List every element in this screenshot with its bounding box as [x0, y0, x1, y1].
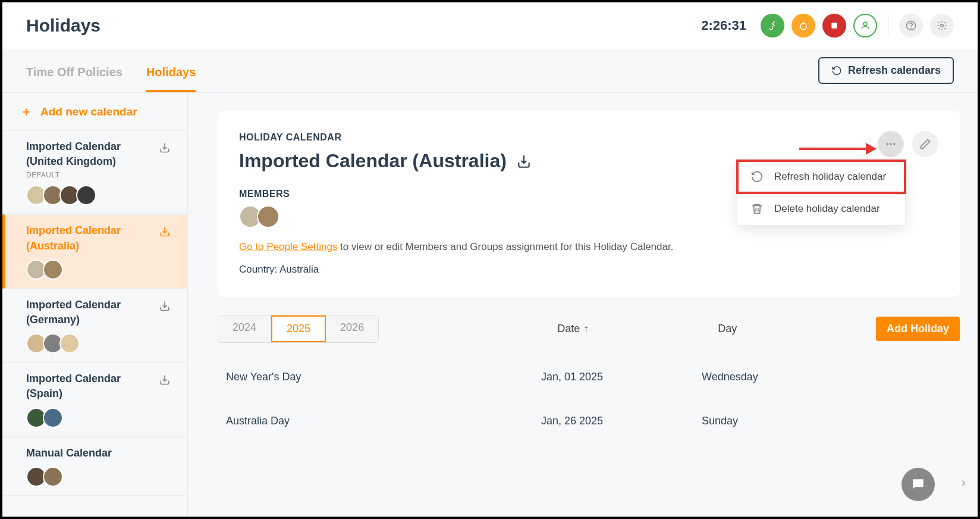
- avatar: [59, 333, 80, 354]
- dropdown-refresh-label: Refresh holiday calendar: [774, 171, 886, 183]
- holiday-row[interactable]: New Year's Day Jan, 01 2025 Wednesday: [218, 355, 960, 399]
- column-date-header[interactable]: Date ↑: [557, 323, 706, 335]
- tabs-bar: Time Off Policies Holidays Refresh calen…: [2, 49, 978, 93]
- calendar-name: Imported Calendar (Germany): [26, 298, 175, 327]
- plus-icon: ＋: [20, 104, 32, 120]
- member-avatars: [26, 467, 175, 487]
- calendar-name: Imported Calendar (Spain): [26, 371, 175, 401]
- body: ＋ Add new calendar Imported Calendar (Un…: [2, 93, 978, 517]
- card-actions: [878, 131, 938, 157]
- cta-rest: to view or edit Members and Groups assig…: [337, 241, 673, 252]
- calendar-name: Imported Calendar (Australia): [26, 223, 175, 253]
- timer-display: 2:26:31: [701, 18, 746, 33]
- svg-point-4: [911, 28, 912, 29]
- holiday-date: Jan, 26 2025: [541, 415, 702, 427]
- avatar: [43, 467, 63, 487]
- chat-button[interactable]: [902, 468, 935, 501]
- year-2024[interactable]: 2024: [218, 315, 271, 342]
- holiday-row[interactable]: Australia Day Jan, 26 2025 Sunday: [218, 399, 960, 443]
- add-holiday-button[interactable]: Add Holiday: [876, 317, 960, 341]
- avatar: [76, 185, 96, 205]
- refresh-calendars-label: Refresh calendars: [848, 64, 941, 77]
- dropdown-delete[interactable]: Delete holiday calendar: [737, 193, 905, 225]
- holiday-date: Jan, 01 2025: [541, 371, 702, 383]
- sort-up-icon: ↑: [583, 323, 589, 335]
- svg-marker-10: [866, 143, 877, 155]
- import-icon: [159, 142, 171, 154]
- help-button[interactable]: [899, 14, 923, 37]
- svg-point-2: [863, 22, 867, 26]
- svg-point-0: [800, 23, 807, 30]
- refresh-icon: [831, 65, 842, 76]
- sidebar: ＋ Add new calendar Imported Calendar (Un…: [2, 93, 188, 517]
- trash-icon: [750, 202, 764, 215]
- svg-rect-1: [831, 23, 837, 28]
- holiday-day: Wednesday: [702, 371, 951, 383]
- calendar-item-manual[interactable]: Manual Calendar: [2, 437, 187, 496]
- member-avatars: [26, 408, 175, 428]
- country-label: Country: Australia: [239, 264, 938, 276]
- calendar-item-uk[interactable]: Imported Calendar (United Kingdom) DEFAU…: [2, 130, 187, 214]
- import-icon: [516, 154, 532, 169]
- column-day-header[interactable]: Day: [718, 323, 866, 335]
- import-icon: [159, 226, 171, 237]
- svg-point-5: [941, 24, 944, 27]
- more-options-button[interactable]: [878, 131, 904, 157]
- year-2025[interactable]: 2025: [271, 315, 326, 342]
- add-calendar-button[interactable]: ＋ Add new calendar: [2, 93, 187, 130]
- user-status-button[interactable]: [853, 14, 877, 37]
- timer-play-button[interactable]: [761, 14, 784, 37]
- calendar-name: Imported Calendar (United Kingdom): [26, 139, 175, 169]
- timer-break-button[interactable]: [791, 14, 815, 37]
- avatar: [43, 260, 63, 280]
- card-title: Imported Calendar (Australia): [239, 150, 507, 172]
- members-cta: Go to People Settings to view or edit Me…: [239, 241, 938, 253]
- header-actions: 2:26:31: [701, 14, 954, 37]
- default-tag: DEFAULT: [26, 171, 175, 179]
- holiday-table: New Year's Day Jan, 01 2025 Wednesday Au…: [218, 355, 960, 443]
- member-avatars: [26, 260, 175, 280]
- tabs: Time Off Policies Holidays: [26, 49, 196, 92]
- chevron-right-icon[interactable]: ›: [962, 475, 966, 490]
- svg-point-7: [890, 143, 891, 145]
- edit-button[interactable]: [912, 131, 938, 157]
- calendar-card: HOLIDAY CALENDAR Imported Calendar (Aust…: [218, 111, 960, 297]
- calendar-item-germany[interactable]: Imported Calendar (Germany): [2, 289, 187, 362]
- divider: [888, 15, 888, 36]
- tab-holidays[interactable]: Holidays: [146, 65, 196, 92]
- holiday-name: Australia Day: [226, 415, 541, 427]
- calendar-name: Manual Calendar: [26, 446, 175, 461]
- refresh-icon: [750, 170, 764, 183]
- svg-point-6: [887, 143, 888, 145]
- holiday-day: Sunday: [702, 415, 951, 427]
- refresh-calendars-button[interactable]: Refresh calendars: [818, 57, 954, 84]
- header: Holidays 2:26:31: [2, 2, 978, 49]
- dropdown-refresh[interactable]: Refresh holiday calendar: [737, 161, 905, 193]
- import-icon: [159, 300, 171, 312]
- dropdown-delete-label: Delete holiday calendar: [774, 203, 880, 215]
- import-icon: [159, 374, 171, 386]
- svg-point-8: [893, 143, 895, 145]
- people-settings-link[interactable]: Go to People Settings: [239, 241, 337, 252]
- year-filter-row: 2024 2025 2026 Date ↑ Day Add Holiday: [218, 315, 960, 343]
- year-segment: 2024 2025 2026: [218, 315, 379, 343]
- member-avatars: [26, 185, 175, 205]
- calendar-item-spain[interactable]: Imported Calendar (Spain): [2, 362, 187, 436]
- avatar: [43, 408, 63, 428]
- avatar: [257, 205, 279, 228]
- member-avatars: [26, 333, 175, 354]
- year-2026[interactable]: 2026: [326, 315, 378, 342]
- add-calendar-label: Add new calendar: [40, 105, 137, 118]
- dropdown-menu: Refresh holiday calendar Delete holiday …: [737, 161, 905, 225]
- settings-button[interactable]: [930, 14, 954, 37]
- holiday-name: New Year's Day: [226, 371, 541, 383]
- arrow-annotation: [799, 142, 877, 156]
- page-title: Holidays: [26, 15, 100, 36]
- timer-stop-button[interactable]: [822, 14, 846, 37]
- main-content: HOLIDAY CALENDAR Imported Calendar (Aust…: [188, 93, 978, 517]
- tab-timeoff[interactable]: Time Off Policies: [26, 65, 122, 92]
- calendar-item-australia[interactable]: Imported Calendar (Australia): [2, 214, 187, 288]
